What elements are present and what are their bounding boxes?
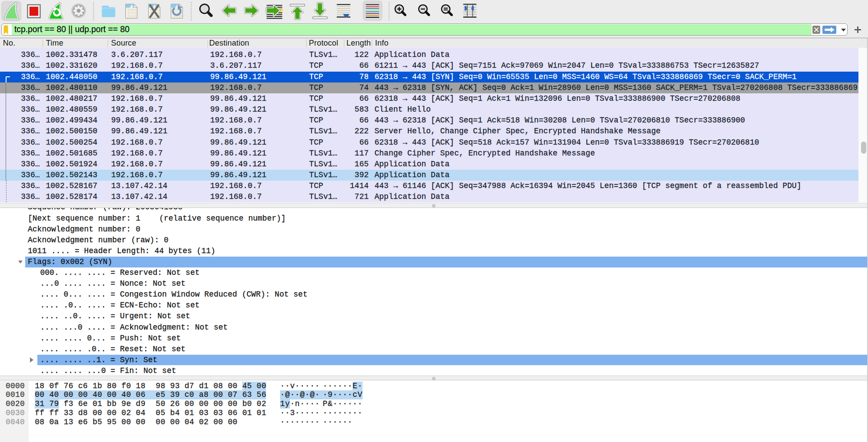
svg-text:01110: 01110 — [128, 14, 137, 18]
